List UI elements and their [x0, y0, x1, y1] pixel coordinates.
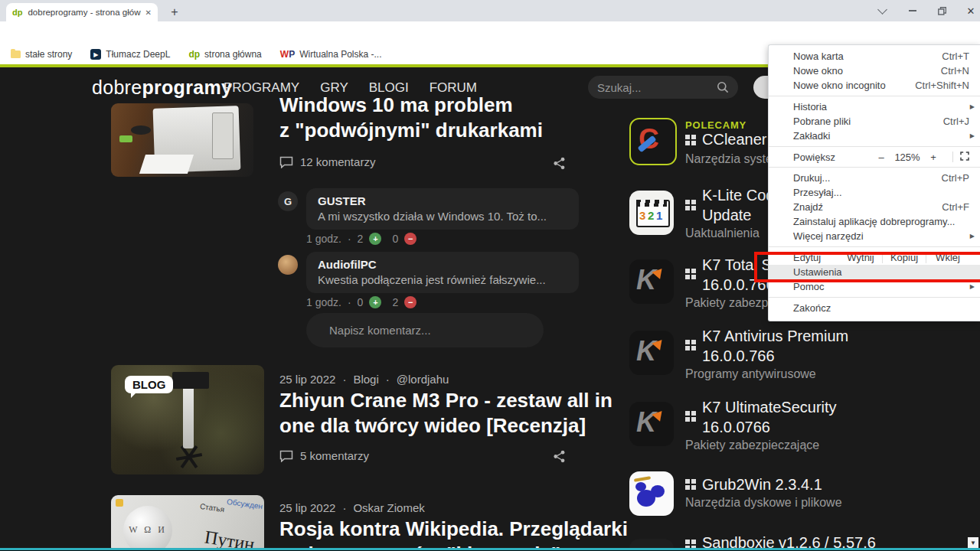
comment-meta: 1 godz.· 0+ 2−: [306, 296, 416, 308]
k7-icon: K: [629, 259, 674, 304]
comment-bubble-icon: [279, 450, 293, 462]
menu-separator: [769, 297, 980, 298]
blog-comments[interactable]: 5 komentarzy: [279, 449, 369, 462]
browser-window: dp dobreprogramy - strona główna ✕ + ✕ ←…: [0, 0, 980, 551]
sidebar-heading: POLECAMY: [685, 119, 746, 131]
share-article1-icon[interactable]: [553, 157, 566, 173]
bookmark-dobreprogramy[interactable]: dp strona główna: [188, 49, 261, 60]
fullscreen-icon[interactable]: [960, 152, 969, 163]
menu-separator: [769, 96, 980, 96]
submenu-arrow-icon: ▶: [970, 103, 975, 110]
ccleaner-icon: C: [629, 118, 677, 165]
highlight-rectangle: [754, 252, 980, 282]
menu-item-print[interactable]: Drukuj...Ctrl+P: [769, 171, 980, 185]
article3-title[interactable]: Rosja kontra Wikipedia. Przeglądarki maj…: [279, 517, 628, 551]
article1-comments[interactable]: 12 komentarzy: [279, 155, 375, 168]
menu-item-new-window[interactable]: Nowe oknoCtrl+N: [769, 64, 980, 78]
windows-icon: [685, 479, 696, 490]
title-bar: dp dobreprogramy - strona główna ✕ + ✕: [0, 0, 980, 21]
new-tab-button[interactable]: +: [165, 4, 184, 21]
bookmark-folder[interactable]: stałe strony: [11, 49, 72, 60]
avatar-guster[interactable]: G: [278, 191, 298, 211]
wp-icon: WP: [280, 49, 295, 60]
minimize-button[interactable]: [897, 0, 928, 21]
zoom-out-button[interactable]: –: [871, 152, 891, 163]
blog-badge: BLOG: [125, 376, 173, 393]
menu-item-find[interactable]: ZnajdźCtrl+F: [769, 200, 980, 214]
comment-meta: 1 godz.· 2+ 0−: [306, 233, 416, 245]
deepl-icon: ▶: [90, 49, 101, 60]
tab-title: dobreprogramy - strona główna: [28, 8, 140, 17]
scrollbar-down-arrow[interactable]: ▼: [968, 537, 978, 548]
menu-separator: [769, 246, 980, 247]
menu-separator: [769, 167, 980, 168]
menu-item-exit[interactable]: Zakończ: [769, 301, 980, 315]
browser-toolbar: ← → ↻ ⌂ dobreprogramy.pl ★ ▶: [0, 21, 980, 44]
downvote-icon[interactable]: −: [404, 233, 416, 245]
comment-text: A mi wszystko działa w Windows 10. Toż t…: [318, 210, 567, 223]
search-icon: [717, 81, 729, 93]
windows-icon: [685, 340, 696, 350]
blog-thumbnail[interactable]: BLOG: [111, 365, 264, 474]
article3-author-link[interactable]: Oskar Ziomek: [353, 501, 424, 514]
zoom-level: 125%: [891, 152, 923, 163]
menu-separator: [769, 146, 980, 147]
menu-item-zoom: Powiększ – 125% +: [769, 150, 980, 164]
klite-icon: 3 2 1: [629, 191, 674, 235]
blog-meta: 25 lip 2022· Blogi· @lordjahu: [279, 373, 449, 386]
windows-icon: [685, 135, 696, 145]
blog-title[interactable]: Zhiyun Crane M3 Pro - zestaw all in one …: [279, 388, 612, 439]
blog-category-link[interactable]: Blogi: [353, 373, 378, 386]
comment-card[interactable]: GUSTER A mi wszystko działa w Windows 10…: [306, 188, 579, 230]
k7-icon: K: [629, 402, 674, 446]
upvote-icon[interactable]: +: [369, 296, 381, 308]
comment-input[interactable]: Napisz komentarz...: [306, 313, 544, 347]
article3-thumbnail[interactable]: W Ω И Статья Обсужден Путин,: [111, 495, 264, 551]
menu-item-history[interactable]: Historia▶: [769, 99, 980, 114]
downvote-icon[interactable]: −: [404, 296, 416, 308]
comment-bubble-icon: [279, 156, 293, 168]
submenu-arrow-icon: ▶: [970, 132, 975, 139]
article1-thumbnail[interactable]: [111, 103, 253, 177]
tab-close-icon[interactable]: ✕: [145, 8, 152, 17]
zoom-in-button[interactable]: +: [923, 152, 943, 163]
menu-item-downloads[interactable]: Pobrane plikiCtrl+J: [769, 114, 980, 129]
site-logo[interactable]: dobreprogramy: [92, 77, 232, 99]
folder-icon: [11, 51, 21, 58]
grub2win-icon: [629, 471, 674, 516]
bookmark-wp[interactable]: WP Wirtualna Polska -...: [280, 49, 382, 60]
submenu-arrow-icon: ▶: [970, 283, 975, 290]
avatar-audiofilpc[interactable]: [278, 255, 298, 275]
article1-title[interactable]: Windows 10 ma problem z "podwójnymi" dru…: [279, 93, 543, 143]
windows-icon: [685, 269, 696, 279]
site-search-input[interactable]: Szukaj...: [588, 76, 738, 99]
windows-icon: [685, 411, 696, 422]
menu-item-new-tab[interactable]: Nowa kartaCtrl+T: [769, 49, 980, 64]
menu-item-more-tools[interactable]: Więcej narzędzi▶: [769, 229, 980, 243]
blog-author-link[interactable]: @lordjahu: [397, 373, 449, 386]
menu-item-incognito[interactable]: Nowe okno incognitoCtrl+Shift+N: [769, 78, 980, 93]
submenu-arrow-icon: ▶: [970, 233, 975, 240]
comment-text: Kwestia podłączenia jest również fałszyw…: [318, 273, 567, 286]
comment-card[interactable]: AudiofilPC Kwestia podłączenia jest równ…: [306, 252, 579, 293]
dp-icon: dp: [188, 49, 200, 60]
comment-author[interactable]: GUSTER: [318, 194, 567, 207]
bookmark-deepl[interactable]: ▶ Tłumacz DeepL: [90, 49, 170, 60]
menu-item-install-app[interactable]: Zainstaluj aplikację dobreprogramy...: [769, 214, 980, 229]
k7-icon: K: [629, 331, 674, 375]
windows-icon: [685, 200, 696, 210]
article3-meta: 25 lip 2022· Oskar Ziomek: [279, 501, 425, 514]
site-favicon: dp: [12, 8, 22, 17]
comment-author[interactable]: AudiofilPC: [318, 258, 567, 271]
browser-tab[interactable]: dp dobreprogramy - strona główna ✕: [6, 3, 158, 21]
upvote-icon[interactable]: +: [369, 233, 381, 245]
tab-search-icon[interactable]: [867, 0, 897, 21]
close-window-button[interactable]: ✕: [956, 0, 980, 21]
restore-button[interactable]: [926, 0, 957, 21]
share-blog-icon[interactable]: [553, 450, 566, 466]
menu-item-bookmarks[interactable]: Zakładki▶: [769, 129, 980, 143]
menu-item-cast[interactable]: Przesyłaj...: [769, 185, 980, 200]
